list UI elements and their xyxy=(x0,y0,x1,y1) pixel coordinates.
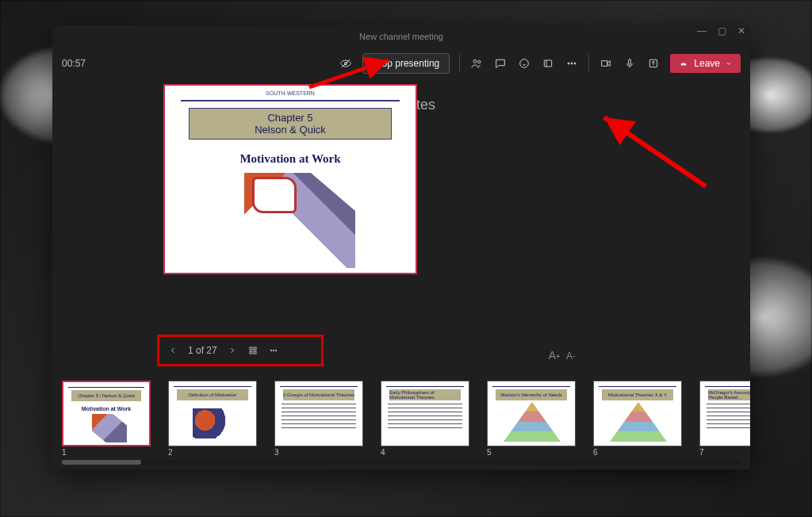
reactions-icon[interactable] xyxy=(517,56,531,71)
stop-presenting-button[interactable]: Stop presenting xyxy=(362,53,450,74)
thumbnail-1[interactable]: Chapter 5 / Nelson & QuickMotivation at … xyxy=(62,381,151,457)
notes-heading: No Notes xyxy=(376,97,734,113)
svg-rect-12 xyxy=(254,347,256,350)
grid-view-button[interactable] xyxy=(247,345,259,356)
mic-icon[interactable] xyxy=(622,56,637,71)
slide-more-button[interactable] xyxy=(268,345,279,356)
maximize-button[interactable]: ▢ xyxy=(718,25,726,36)
rooms-icon[interactable] xyxy=(541,56,555,71)
slide-brand: SOUTH-WESTERN xyxy=(165,90,416,96)
thumbnail-6[interactable]: Motivational Theories X & Y6 xyxy=(593,381,682,457)
separator xyxy=(588,55,589,72)
privacy-eye-icon[interactable] xyxy=(339,56,353,71)
svg-point-8 xyxy=(574,63,576,64)
thumbnail-strip: Chapter 5 / Nelson & QuickMotivation at … xyxy=(52,374,750,469)
slide-chapter: Chapter 5 xyxy=(267,112,312,124)
current-slide[interactable]: SOUTH-WESTERN Chapter 5 Nelson & Quick M… xyxy=(163,84,417,274)
svg-point-15 xyxy=(270,350,272,351)
leave-button[interactable]: Leave xyxy=(670,54,741,73)
titlebar: New channel meeting — ▢ ✕ xyxy=(52,25,750,48)
next-slide-button[interactable] xyxy=(227,345,238,356)
slide-band: Chapter 5 Nelson & Quick xyxy=(189,108,392,140)
svg-point-17 xyxy=(275,350,277,351)
svg-point-2 xyxy=(473,59,477,63)
thumbnail-number: 4 xyxy=(381,448,469,457)
thumbnail-7[interactable]: McGregor's Assumptions About People Base… xyxy=(699,381,750,457)
minimize-button[interactable]: — xyxy=(697,25,707,36)
slide-art xyxy=(244,173,355,268)
leave-label: Leave xyxy=(694,58,720,69)
thumbnail-2[interactable]: Definition of Motivation2 xyxy=(168,381,257,457)
svg-rect-14 xyxy=(254,351,256,354)
slide-rule xyxy=(181,100,400,101)
thumbnail-4[interactable]: Early Philosophers of Motivational Theor… xyxy=(381,381,469,457)
camera-icon[interactable] xyxy=(599,56,613,71)
thumbnail-number: 2 xyxy=(168,448,257,457)
notes-panel: No Notes A˖ A˗ xyxy=(370,84,741,374)
meeting-toolbar: 00:57 Stop presenting xyxy=(52,48,750,79)
svg-rect-11 xyxy=(250,347,252,350)
thumbnail-3[interactable]: 3 Groups of Motivational Theories3 xyxy=(274,381,363,457)
prev-slide-button[interactable] xyxy=(167,345,178,356)
close-button[interactable]: ✕ xyxy=(737,25,745,36)
thumbnail-5[interactable]: Maslow's Hierarchy of Needs5 xyxy=(487,381,576,457)
thumbnail-number: 1 xyxy=(62,448,151,457)
meeting-timer: 00:57 xyxy=(62,58,86,69)
svg-point-4 xyxy=(520,59,529,68)
thumbnail-number: 3 xyxy=(274,448,363,457)
thumbnail-number: 5 xyxy=(487,448,576,457)
slide-title: Motivation at Work xyxy=(165,152,416,166)
thumbnail-number: 7 xyxy=(699,448,750,457)
svg-rect-9 xyxy=(629,59,631,65)
svg-point-3 xyxy=(478,60,481,63)
slide-nav-bar: 1 of 27 xyxy=(157,335,324,366)
svg-rect-13 xyxy=(250,351,252,354)
svg-point-7 xyxy=(571,63,573,64)
thumb-scrollbar[interactable] xyxy=(62,460,741,465)
people-icon[interactable] xyxy=(469,56,484,71)
more-icon[interactable] xyxy=(565,56,579,71)
svg-point-6 xyxy=(568,63,569,64)
slide-authors: Nelson & Quick xyxy=(255,124,326,136)
window-title: New channel meeting xyxy=(359,32,443,41)
teams-meeting-window: New channel meeting — ▢ ✕ 00:57 Stop pre… xyxy=(52,25,750,469)
presenter-content: SOUTH-WESTERN Chapter 5 Nelson & Quick M… xyxy=(52,79,750,374)
chat-icon[interactable] xyxy=(493,56,508,71)
separator xyxy=(459,55,460,72)
slide-counter: 1 of 27 xyxy=(188,345,217,356)
font-increase-button[interactable]: A˖ xyxy=(549,349,560,362)
thumbnail-number: 6 xyxy=(593,448,682,457)
svg-point-16 xyxy=(273,350,274,351)
svg-rect-5 xyxy=(545,60,552,67)
font-decrease-button[interactable]: A˗ xyxy=(566,350,576,362)
share-icon[interactable] xyxy=(646,56,661,71)
